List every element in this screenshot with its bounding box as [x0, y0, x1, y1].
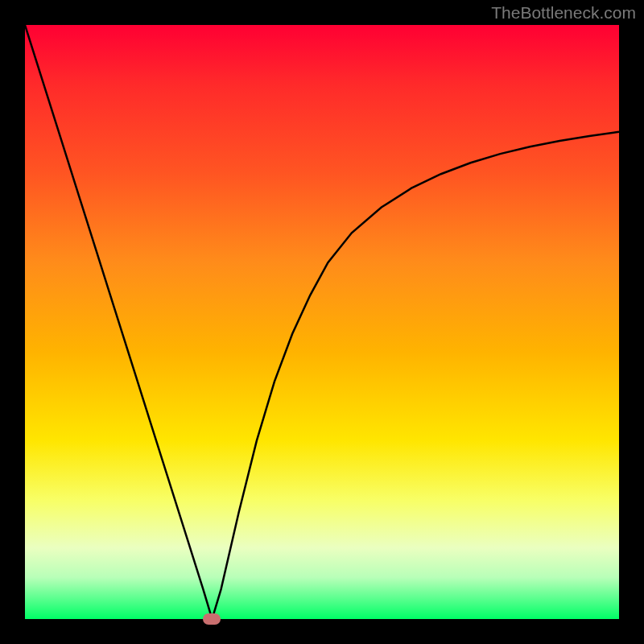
chart-container: TheBottleneck.com — [0, 0, 644, 644]
watermark-text: TheBottleneck.com — [491, 3, 636, 23]
optimum-marker — [203, 613, 221, 625]
plot-area — [25, 25, 619, 619]
bottleneck-curve — [25, 25, 619, 619]
